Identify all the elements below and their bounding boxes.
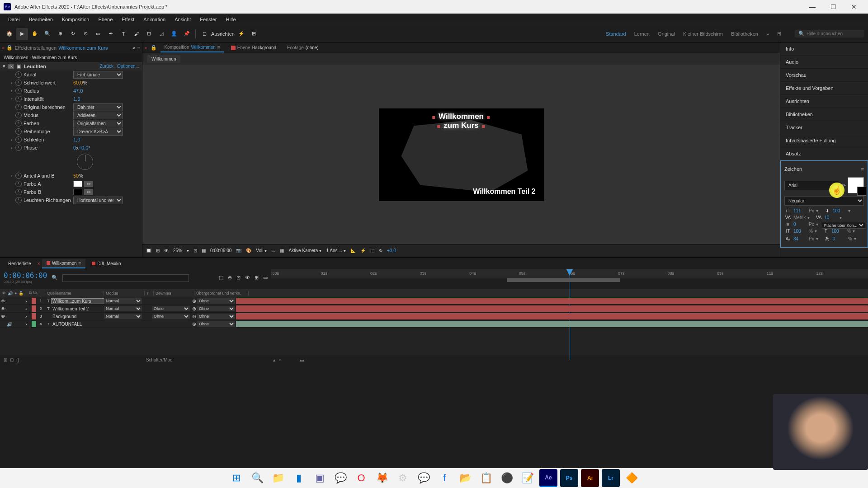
col-matte[interactable]: BewMas [154, 291, 194, 296]
tl-icon-6[interactable]: ▭ [263, 275, 268, 281]
prop-value[interactable]: 50 [73, 173, 79, 178]
pickwhip-icon[interactable]: ⊚ [191, 298, 197, 304]
parent-select[interactable]: Ohne [197, 306, 235, 311]
taskbar-windows[interactable]: ⊞ [227, 469, 245, 487]
menu-bearbeiten[interactable]: Bearbeiten [24, 15, 57, 24]
blend-mode-select[interactable]: Normal [104, 298, 142, 304]
layer-row[interactable]: 👁›1TWillkom...zum KursNormal⊚Ohne [0, 297, 868, 305]
brush-tool[interactable]: 🖌 [130, 28, 142, 40]
stopwatch-icon[interactable] [15, 88, 22, 94]
layer-name[interactable]: AUTOUNFALL [52, 322, 104, 327]
refresh-icon[interactable]: ↻ [379, 248, 382, 253]
workspace-bibliotheken[interactable]: Bibliotheken [731, 31, 758, 37]
color-icon[interactable]: 🎨 [246, 248, 251, 253]
layer-color[interactable] [32, 313, 36, 319]
layer-row[interactable]: 🔊›4♪AUTOUNFALL⊚Ohne [0, 320, 868, 328]
composition-canvas[interactable]: Willkommen zum Kurs Willkommen Teil 2 [379, 108, 544, 201]
timeline-search[interactable] [62, 274, 189, 282]
expand-icon[interactable]: › [11, 96, 15, 102]
stopwatch-icon[interactable] [15, 189, 22, 195]
panel-options-icon[interactable]: ≡ [137, 45, 140, 51]
blend-mode-select[interactable]: Normal [104, 314, 142, 319]
close-tab-icon[interactable]: × [2, 45, 5, 51]
workspace-standard[interactable]: Standard [606, 31, 626, 37]
orbit-tool[interactable]: ⊕ [54, 28, 66, 40]
tab-menu-icon[interactable]: ≡ [78, 261, 81, 266]
mask-icon[interactable]: 👁 [164, 248, 169, 253]
fx-badge[interactable]: fx [8, 64, 14, 69]
taskbar-search[interactable]: 🔍 [248, 469, 266, 487]
effect-toggle-icon[interactable]: ▣ [17, 63, 21, 69]
panel-info[interactable]: Info [780, 42, 868, 56]
roto-tool[interactable]: 👤 [168, 28, 180, 40]
fast-icon[interactable]: ⚡ [360, 248, 366, 253]
blend-mode-select[interactable]: Normal [104, 306, 142, 311]
expand-icon[interactable]: › [25, 314, 32, 319]
layer-color[interactable] [32, 321, 36, 327]
transparency-icon[interactable]: ▦ [280, 248, 284, 253]
taskbar-notepad[interactable]: 📝 [519, 469, 537, 487]
selection-handle[interactable] [487, 116, 490, 119]
workspace-klein[interactable]: Kleiner Bildschirm [683, 31, 723, 37]
font-family-select[interactable]: Arial [784, 181, 840, 190]
col-name[interactable]: Quellenname [45, 291, 104, 296]
color-swatch[interactable] [73, 181, 82, 187]
workspace-original[interactable]: Original [658, 31, 675, 37]
layer-track[interactable] [236, 320, 868, 328]
region-icon[interactable]: ▭ [271, 248, 275, 253]
stopwatch-icon[interactable] [15, 145, 22, 151]
size-stepper[interactable]: ▾ [816, 208, 818, 213]
stopwatch-icon[interactable] [15, 136, 22, 143]
stopwatch-icon[interactable] [15, 120, 22, 127]
taskbar-app1[interactable]: ⚙ [394, 469, 412, 487]
eyedropper-icon[interactable]: ✏ [84, 181, 93, 187]
taskbar-obs[interactable]: ⚫ [498, 469, 516, 487]
eraser-tool[interactable]: ◿ [156, 28, 167, 40]
footer-label[interactable]: Schalter/Modi [146, 357, 174, 362]
col-shy-icon[interactable]: ⧉ [29, 291, 32, 295]
stopwatch-icon[interactable] [15, 80, 22, 86]
panel-tracker[interactable]: Tracker [780, 121, 868, 134]
tl-close-icon[interactable]: × [38, 261, 40, 266]
layer-bar[interactable] [236, 298, 868, 304]
layer-name[interactable]: Willkommen Teil 2 [52, 306, 104, 311]
eyedropper-icon[interactable]: ✏ [84, 189, 93, 195]
home-icon[interactable]: 🏠 [4, 28, 15, 40]
tsume-stepper[interactable]: ▾ [854, 236, 856, 241]
snap-toggle[interactable]: ◻ [198, 28, 210, 40]
col-t[interactable]: T [145, 291, 154, 296]
tl-tab-render[interactable]: Renderliste [4, 259, 36, 268]
text-tool[interactable]: T [118, 28, 129, 40]
tracking-value[interactable]: 10 [824, 215, 838, 220]
prop-select[interactable]: Originalfarben [73, 120, 123, 127]
layer-bar[interactable] [236, 305, 868, 312]
fill-color-swatch[interactable] [848, 177, 864, 193]
taskbar-folder[interactable]: 📂 [456, 469, 474, 487]
prop-value[interactable]: 60,0 [73, 80, 83, 85]
tl-icon-2[interactable]: ⊕ [228, 275, 232, 281]
expand-icon[interactable]: › [25, 298, 32, 304]
lock-icon[interactable]: 🔒 [6, 45, 13, 51]
stopwatch-icon[interactable] [15, 181, 22, 187]
comp-tab-footage[interactable]: Footage (ohne) [283, 43, 322, 52]
layer-color[interactable] [32, 298, 36, 304]
menu-hilfe[interactable]: Hilfe [222, 15, 241, 24]
panel-audio[interactable]: Audio [780, 56, 868, 69]
color-swatch[interactable] [73, 189, 82, 195]
tl-tab-willkommen[interactable]: Willkommen ≡ [42, 259, 85, 268]
preview-icon[interactable]: ▦ [202, 248, 206, 253]
minimize-button[interactable]: — [802, 0, 823, 14]
layer-row[interactable]: 👁›3BackgroundNormalOhne⊚Ohne [0, 313, 868, 320]
stroke-value[interactable]: 0 [793, 222, 807, 227]
menu-ebene[interactable]: Ebene [94, 15, 117, 24]
resolution-dropdown[interactable]: Voll ▾ [256, 248, 267, 253]
text-layer-2[interactable]: Willkommen Teil 2 [473, 188, 535, 196]
prop-value2[interactable]: +0,0 [79, 145, 89, 150]
char-panel-menu-icon[interactable]: ≡ [861, 166, 864, 172]
pen-tool[interactable]: ✒ [105, 28, 117, 40]
close-button[interactable]: ✕ [844, 0, 864, 14]
selection-handle[interactable] [432, 116, 435, 119]
comp-tab-willkommen[interactable]: Komposition Willkommen ≡ [160, 43, 223, 52]
taskbar-lr[interactable]: Lr [602, 469, 620, 487]
menu-effekt[interactable]: Effekt [117, 15, 139, 24]
